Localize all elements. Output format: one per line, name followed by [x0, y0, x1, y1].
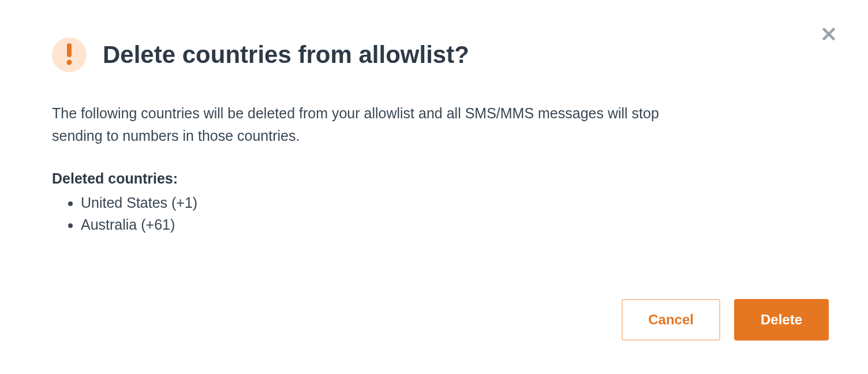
close-icon	[820, 25, 838, 45]
svg-rect-0	[67, 43, 72, 57]
svg-point-1	[67, 60, 72, 65]
modal-footer: Cancel Delete	[622, 299, 829, 341]
cancel-button[interactable]: Cancel	[622, 299, 720, 341]
delete-countries-modal: Delete countries from allowlist? The fol…	[0, 0, 868, 374]
list-item: Australia (+61)	[81, 214, 816, 236]
modal-header: Delete countries from allowlist?	[52, 38, 816, 72]
modal-title: Delete countries from allowlist?	[103, 40, 469, 69]
close-button[interactable]	[817, 23, 840, 46]
list-item: United States (+1)	[81, 192, 816, 214]
deleted-countries-label: Deleted countries:	[52, 170, 816, 187]
deleted-countries-list: United States (+1) Australia (+61)	[52, 192, 816, 237]
delete-button[interactable]: Delete	[734, 299, 829, 341]
exclamation-icon	[65, 42, 73, 68]
modal-body: The following countries will be deleted …	[52, 102, 816, 236]
warning-icon-wrapper	[52, 38, 87, 72]
modal-description: The following countries will be deleted …	[52, 102, 687, 147]
